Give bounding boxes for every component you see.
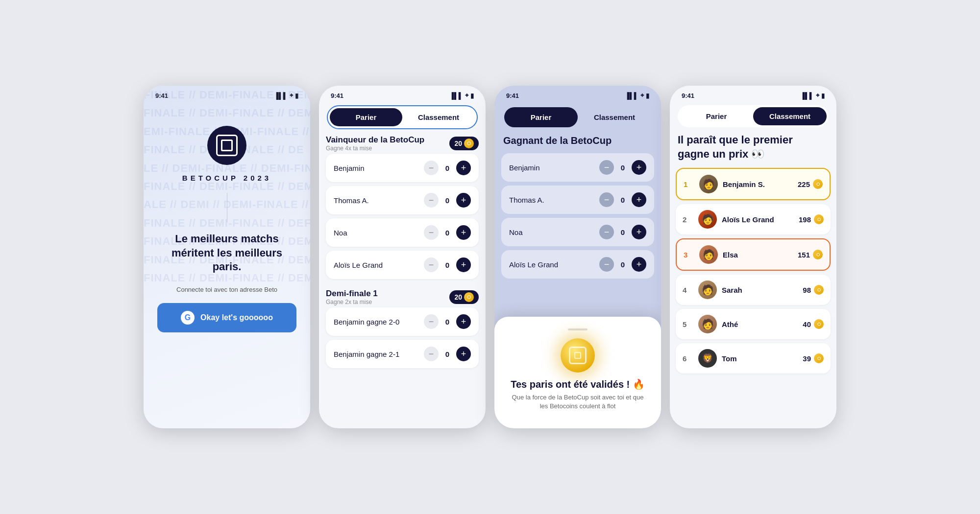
leaderboard-item-2: 2 🧑 Aloïs Le Grand 198 ⬡ [676,204,831,234]
s3-val-3: 0 [619,228,627,236]
bet-option-noa: Noa − 0 + [326,218,479,247]
tab-parier-2[interactable]: Parier [330,108,402,126]
s3-inc-4[interactable]: + [632,257,646,272]
lb-score-1: 225 [798,180,810,188]
s3-dec-3[interactable]: − [599,225,614,239]
s3-inc-3[interactable]: + [632,225,646,239]
lb-name-3: Elsa [723,251,798,259]
step-value-1: 0 [443,164,451,172]
step-value-2: 0 [443,196,451,205]
google-login-button[interactable]: G Okay let's goooooo [157,303,296,332]
lb-avatar-3: 🧑 [699,245,718,264]
status-time-4: 9:41 [682,92,694,99]
increment-btn-1[interactable]: + [456,161,471,175]
lb-rank-1: 1 [684,180,694,188]
logo-circle [207,126,246,165]
bet-section-1: Vainqueur de la BetoCup Gagne 4x ta mise… [326,135,479,279]
leaderboard-list: 1 🧑 Benjamin S. 225 ⬡ 2 🧑 Aloïs Le Grand… [670,168,836,377]
brand-name: BETOCUP 2023 [182,174,271,182]
step-value-4: 0 [443,261,451,269]
decrement-btn-3[interactable]: − [424,225,439,240]
s3-opt-name-1: Benjamin [509,164,540,172]
tab-classement-2[interactable]: Classement [402,108,475,126]
lb-coin-3: ⬡ [813,250,823,259]
lb-rank-3: 3 [684,251,694,259]
divider [227,193,227,222]
increment-btn-3[interactable]: + [456,225,471,240]
handle-bar [568,328,588,330]
bet-section-1-header: Vainqueur de la BetoCup Gagne 4x ta mise… [326,135,479,152]
screen-parier: 9:41 ▐▌▌ ⌖ ▮ Parier Classement Vainqueur… [319,86,486,428]
status-icons-3: ▐▌▌ ⌖ ▮ [625,92,649,99]
lb-avatar-1: 🧑 [699,175,718,193]
decrement-btn-6[interactable]: − [424,347,439,361]
s3-dec-4[interactable]: − [599,257,614,272]
tab-classement-3[interactable]: Classement [578,107,651,127]
wifi-icon-4: ⌖ [816,92,819,99]
increment-btn-4[interactable]: + [456,257,471,272]
lb-coin-1: ⬡ [813,179,823,189]
leaderboard-item-4: 4 🧑 Sarah 98 ⬡ [676,275,831,305]
screen-classement: 9:41 ▐▌▌ ⌖ ▮ Parier Classement Il paraît… [670,86,836,428]
lb-coin-2: ⬡ [814,214,824,224]
lb-rank-2: 2 [683,215,693,224]
bet-section-2-title: Demi-finale 1 [326,289,378,299]
splash-sub: Connecte toi avec ton adresse Beto [176,286,277,293]
lb-name-6: Tom [722,354,803,363]
lb-avatar-4: 🧑 [698,280,717,299]
tab-classement-4[interactable]: Classement [753,107,827,125]
bet-section-2: Demi-finale 1 Gagne 2x ta mise 20 ⬡ Benj… [326,289,479,368]
status-time-3: 9:41 [506,92,519,99]
s3-stepper-4: − 0 + [599,257,646,272]
screen3-option-alois: Aloïs Le Grand − 0 + [501,250,654,279]
signal-icon-4: ▐▌▌ [800,92,814,99]
decrement-btn-1[interactable]: − [424,161,439,175]
confirm-title: Tes paris ont été validés ! 🔥 [511,378,645,390]
leaderboard-item-5: 5 🧑 Athé 40 ⬡ [676,309,831,339]
bet-section-2-header: Demi-finale 1 Gagne 2x ta mise 20 ⬡ [326,289,479,305]
lb-coin-4: ⬡ [814,285,824,295]
lb-name-2: Aloïs Le Grand [722,215,799,224]
s3-inc-1[interactable]: + [632,160,646,175]
s3-dec-2[interactable]: − [599,192,614,207]
google-logo: G [181,311,195,325]
multiplier-num-2: 20 [454,293,462,301]
step-value-6: 0 [443,350,451,358]
increment-btn-6[interactable]: + [456,347,471,361]
lb-rank-4: 4 [683,286,693,294]
s3-stepper-1: − 0 + [599,160,646,175]
tab-parier-3[interactable]: Parier [504,107,578,127]
signal-icon-3: ▐▌▌ [625,92,638,99]
decrement-btn-5[interactable]: − [424,314,439,329]
s3-inc-2[interactable]: + [632,192,646,207]
decrement-btn-2[interactable]: − [424,193,439,208]
decrement-btn-4[interactable]: − [424,257,439,272]
battery-icon-2: ▮ [470,92,474,99]
bet-multiplier-1: 20 ⬡ [449,137,479,150]
screen-confirmation: 9:41 ▐▌▌ ⌖ ▮ Parier Classement Gagnant d… [494,86,661,428]
step-value-3: 0 [443,229,451,237]
bet-option-name-4: Aloïs Le Grand [334,261,383,269]
increment-btn-2[interactable]: + [456,193,471,208]
status-bar-4: 9:41 ▐▌▌ ⌖ ▮ [670,86,836,101]
bet-option-name-2: Thomas A. [334,196,369,205]
bet-option-b21: Benjamin gagne 2-1 − 0 + [326,340,479,368]
bet-option-name-1: Benjamin [334,164,365,172]
increment-btn-5[interactable]: + [456,314,471,329]
s3-dec-1[interactable]: − [599,160,614,175]
tab-parier-4[interactable]: Parier [680,107,753,125]
bet-option-name-6: Benjamin gagne 2-1 [334,350,399,358]
logo-icon [216,135,238,156]
bet-multiplier-2: 20 ⬡ [449,290,479,304]
bet-option-name-5: Benjamin gagne 2-0 [334,318,399,326]
s3-val-1: 0 [619,164,627,172]
screen3-list: Gagnant de la BetoCup Benjamin − 0 + Tho… [494,135,661,282]
splash-content: BETOCUP 2023 Le meilleurs matchs mériten… [144,101,310,428]
confirm-overlay: Tes paris ont été validés ! 🔥 Que la for… [494,317,661,428]
lb-avatar-5: 🧑 [698,315,717,333]
confirm-sub: Que la force de la BetoCup soit avec toi… [508,393,647,411]
bet-section-2-sub: Gagne 2x ta mise [326,299,378,305]
tab-bar-2: Parier Classement [327,105,478,129]
stepper-2: − 0 + [424,193,471,208]
screen3-title: Gagnant de la BetoCup [501,135,654,146]
